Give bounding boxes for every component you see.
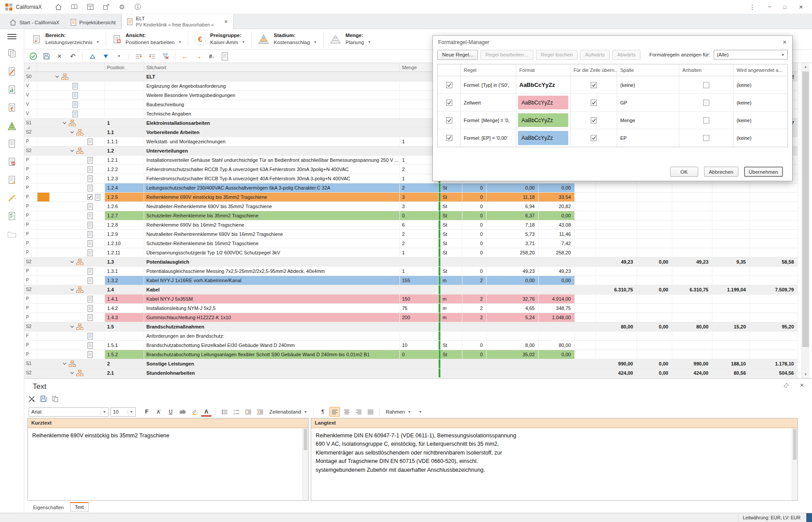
row-tree[interactable]: [37, 359, 105, 368]
cell-decimals[interactable]: [462, 257, 487, 266]
cell-sum[interactable]: [596, 332, 637, 340]
cell-sum[interactable]: 15,20: [712, 322, 750, 331]
cell-stichwort[interactable]: Fehlerstromschutzschalter RCCB Typ A unv…: [144, 165, 400, 174]
cell-menge[interactable]: [400, 322, 439, 331]
cell-ep[interactable]: [487, 322, 539, 331]
cell-gp[interactable]: 33,54: [539, 193, 575, 201]
row-tree[interactable]: [37, 350, 105, 359]
sort-desc-icon[interactable]: [101, 51, 111, 62]
cell-sum[interactable]: [596, 230, 637, 239]
row-type[interactable]: S1: [24, 359, 37, 368]
row-type[interactable]: V: [24, 100, 37, 109]
cell-sum[interactable]: [750, 267, 798, 276]
cell-sum[interactable]: [637, 267, 672, 276]
row-tree[interactable]: [37, 165, 105, 174]
font-size-select[interactable]: 10▼: [110, 407, 136, 417]
cell-unit[interactable]: [440, 322, 462, 331]
cell-position[interactable]: 1.2.8: [105, 220, 144, 229]
row-type[interactable]: P: [24, 202, 37, 211]
cell-sum[interactable]: [712, 276, 750, 285]
save-text-icon[interactable]: [40, 395, 47, 402]
ribbon-group-ansicht[interactable]: Ansicht:Positionen bearbeiten▼: [106, 32, 188, 46]
cell-gp[interactable]: 0,00: [539, 211, 575, 220]
rule-stop-checkbox[interactable]: [679, 76, 734, 93]
row-tree[interactable]: [37, 193, 105, 201]
cell-sum[interactable]: [750, 332, 798, 340]
row-tree[interactable]: [37, 257, 105, 266]
cell-menge[interactable]: 75: [400, 304, 439, 313]
rule-column[interactable]: EP: [617, 129, 679, 147]
cell-sum[interactable]: [672, 183, 712, 192]
rule-format-sample[interactable]: AaBbCcYyZz: [516, 129, 570, 147]
langtext-scrollbar[interactable]: [792, 428, 797, 500]
cell-stichwort[interactable]: Kabel: [144, 285, 400, 294]
cell-sum[interactable]: [712, 220, 750, 229]
cell-stichwort[interactable]: Fehlerstromschutzschalter RCCB Typ A unv…: [144, 174, 400, 183]
rules-grid-column-header[interactable]: [438, 64, 461, 76]
cell-sum[interactable]: [750, 341, 798, 350]
pilcrow-button[interactable]: ¶: [317, 407, 328, 417]
scrollbar-thumb[interactable]: [802, 71, 809, 347]
cell-sum[interactable]: [637, 230, 672, 239]
rule-applied-to[interactable]: (keine): [734, 76, 786, 93]
cell-stichwort[interactable]: Technische Angaben: [144, 109, 400, 118]
row-type[interactable]: P: [24, 156, 37, 164]
cell-decimals[interactable]: 0: [462, 341, 487, 350]
cell-decimals[interactable]: 0: [462, 193, 487, 201]
cell-position[interactable]: 1.4.2: [105, 304, 144, 313]
cell-sum[interactable]: [637, 332, 672, 340]
cell-gp[interactable]: [539, 359, 575, 368]
filter-remove-icon[interactable]: [160, 51, 171, 62]
cell-sum[interactable]: [750, 295, 798, 303]
rules-grid-column-header[interactable]: Regel: [461, 64, 516, 76]
table-row[interactable]: P1.4.3Gummischlauchleitung H1Z2Z2-K 1x10…: [24, 313, 798, 322]
table-row[interactable]: S21.4Kabel6.310,750,006.310,751.199,047.…: [24, 285, 798, 295]
cell-unit[interactable]: St: [440, 341, 462, 350]
rules-filter-select[interactable]: (Alle) ▼: [714, 50, 788, 60]
row-tree[interactable]: [37, 267, 105, 276]
row-tree[interactable]: [37, 276, 105, 285]
rule-expression[interactable]: Formel: [EP] = '0,00': [461, 129, 516, 147]
bullet-list-button[interactable]: [219, 407, 230, 417]
cell-position[interactable]: [105, 82, 144, 90]
cell-menge[interactable]: [400, 285, 439, 294]
cell-position[interactable]: 1.2.11: [105, 248, 144, 257]
cell-sum[interactable]: 6.310,75: [596, 285, 637, 294]
cell-menge[interactable]: 155: [400, 276, 439, 285]
cell-position[interactable]: 1.5: [105, 322, 144, 331]
cell-sum[interactable]: 0,00: [637, 285, 672, 294]
cell-sum[interactable]: [637, 295, 672, 303]
cell-stichwort[interactable]: Potentialausgleichsschiene Messing 7x2,5…: [144, 267, 400, 276]
cell-ep[interactable]: [487, 332, 539, 340]
minimize-icon[interactable]: −: [768, 4, 771, 10]
cell-position[interactable]: [105, 100, 144, 109]
cell-stichwort[interactable]: Brandschutzabschottung Leitungsanlagen f…: [144, 350, 400, 359]
cell-sum[interactable]: [672, 230, 712, 239]
cell-sum[interactable]: [750, 220, 798, 229]
cell-ep[interactable]: [487, 369, 539, 377]
rule-applied-to[interactable]: (keine): [734, 94, 786, 111]
cell-sum[interactable]: [750, 193, 798, 201]
cell-sum[interactable]: 0,00: [637, 369, 672, 377]
align-center-button[interactable]: [341, 407, 352, 417]
select-all-header[interactable]: [24, 63, 37, 72]
langtext-content[interactable]: Reihenklemme DIN EN 60947-7-1 (VDE 0611-…: [311, 428, 792, 500]
cell-sum[interactable]: 0,00: [637, 322, 672, 331]
cell-ep[interactable]: 11,18: [487, 193, 539, 201]
cell-sum[interactable]: 6.310,75: [672, 285, 712, 294]
cell-sum[interactable]: [712, 248, 750, 257]
cell-sum[interactable]: [596, 267, 637, 276]
cell-position[interactable]: 1.2.7: [105, 211, 144, 220]
cell-position[interactable]: 1.2.3: [105, 174, 144, 183]
sort-asc-icon[interactable]: [87, 51, 98, 62]
cell-decimals[interactable]: 2: [462, 276, 487, 285]
row-type[interactable]: S2: [24, 257, 37, 266]
scroll-down-icon[interactable]: ▼: [802, 371, 809, 378]
cell-position[interactable]: [105, 91, 144, 100]
cell-sum[interactable]: [712, 313, 750, 322]
rule-stop-checkbox[interactable]: [679, 112, 734, 129]
delete-rule-button[interactable]: Regel löschen: [536, 50, 578, 60]
rule-enabled-checkbox[interactable]: [438, 112, 461, 129]
save-icon[interactable]: [41, 51, 52, 62]
cell-gp[interactable]: 4.914,00: [539, 295, 575, 303]
